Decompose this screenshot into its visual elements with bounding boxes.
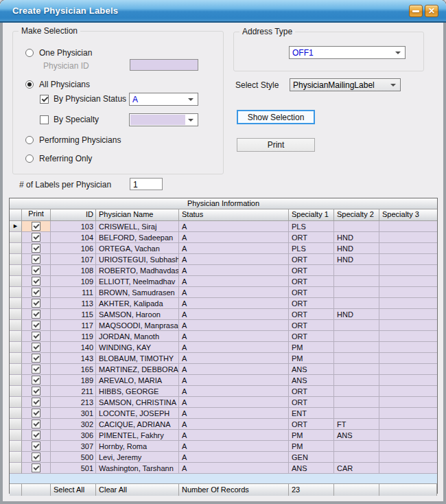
cell-status[interactable]: A: [179, 452, 289, 463]
cell-specialty-2[interactable]: [334, 408, 379, 419]
print-checkbox-cell[interactable]: [22, 276, 51, 287]
cell-specialty-2[interactable]: [334, 342, 379, 353]
row-selector-cell[interactable]: ►: [10, 221, 22, 232]
cell-status[interactable]: A: [179, 419, 289, 430]
by-specialty-checkbox[interactable]: [40, 115, 49, 124]
print-checkbox-cell[interactable]: [22, 221, 51, 232]
table-row[interactable]: 106 ORTEGA, Vachan A PLS HND: [10, 243, 437, 254]
print-checkbox[interactable]: [32, 233, 40, 242]
cell-status[interactable]: A: [179, 441, 289, 452]
print-checkbox[interactable]: [32, 288, 40, 297]
cell-id[interactable]: 501: [51, 463, 96, 474]
cell-status[interactable]: A: [179, 430, 289, 441]
table-row[interactable]: 109 ELLIOTT, Neelmadhav A ORT: [10, 276, 437, 287]
row-selector-cell[interactable]: [10, 232, 22, 243]
cell-status[interactable]: A: [179, 463, 289, 474]
cell-specialty-1[interactable]: PM: [289, 353, 334, 364]
cell-specialty-3[interactable]: [379, 287, 437, 298]
print-checkbox-cell[interactable]: [22, 419, 51, 430]
cell-specialty-3[interactable]: [379, 452, 437, 463]
print-checkbox[interactable]: [32, 354, 40, 363]
cell-specialty-1[interactable]: ORT: [289, 331, 334, 342]
table-row[interactable]: 501 Washington, Tarshann A ANS CAR: [10, 463, 437, 474]
table-row[interactable]: 111 BROWN, Samudrasen A ORT: [10, 287, 437, 298]
cell-id[interactable]: 302: [51, 419, 96, 430]
cell-specialty-2[interactable]: [334, 287, 379, 298]
row-selector-cell[interactable]: [10, 419, 22, 430]
minimize-button[interactable]: [409, 5, 423, 17]
cell-id[interactable]: 211: [51, 386, 96, 397]
cell-id[interactable]: 107: [51, 254, 96, 265]
table-row[interactable]: 140 WINDING, KAY A PM: [10, 342, 437, 353]
print-checkbox[interactable]: [32, 321, 40, 330]
print-checkbox-cell[interactable]: [22, 320, 51, 331]
cell-status[interactable]: A: [179, 232, 289, 243]
print-checkbox[interactable]: [32, 266, 40, 275]
cell-status[interactable]: A: [179, 309, 289, 320]
print-checkbox[interactable]: [32, 277, 40, 286]
print-checkbox-cell[interactable]: [22, 342, 51, 353]
print-checkbox-cell[interactable]: [22, 430, 51, 441]
table-row[interactable]: 115 SAMSON, Haroon A ORT HND: [10, 309, 437, 320]
table-row[interactable]: 500 Levi, Jeremy A GEN: [10, 452, 437, 463]
table-row[interactable]: 189 AREVALO, MARIA A ANS: [10, 375, 437, 386]
cell-status[interactable]: A: [179, 276, 289, 287]
all-physicians-radio[interactable]: [25, 80, 34, 89]
cell-specialty-3[interactable]: [379, 331, 437, 342]
cell-specialty-1[interactable]: ORT: [289, 397, 334, 408]
cell-id[interactable]: 165: [51, 364, 96, 375]
table-row[interactable]: 107 URIOSTEGUI, Subhash A ORT HND: [10, 254, 437, 265]
cell-specialty-2[interactable]: [334, 386, 379, 397]
print-checkbox-cell[interactable]: [22, 287, 51, 298]
cell-specialty-3[interactable]: [379, 221, 437, 232]
cell-specialty-1[interactable]: ORT: [289, 265, 334, 276]
one-physician-radio[interactable]: [25, 49, 34, 57]
table-row[interactable]: 108 ROBERTO, Madhavdas A ORT: [10, 265, 437, 276]
table-row[interactable]: 113 AKHTER, Kalipada A ORT: [10, 298, 437, 309]
cell-specialty-1[interactable]: ORT: [289, 254, 334, 265]
cell-physician-name[interactable]: JORDAN, Manoth: [96, 331, 179, 342]
row-selector-cell[interactable]: [10, 298, 22, 309]
labels-per-physician-input[interactable]: 1: [130, 178, 163, 190]
cell-id[interactable]: 115: [51, 309, 96, 320]
physician-id-field[interactable]: [130, 59, 198, 71]
row-selector-cell[interactable]: [10, 364, 22, 375]
print-checkbox[interactable]: [32, 310, 40, 319]
cell-specialty-3[interactable]: [379, 276, 437, 287]
by-physician-status-label[interactable]: By Physician Status: [54, 94, 126, 104]
table-row[interactable]: 117 MAQSOODI, Manprasad A ORT: [10, 320, 437, 331]
cell-specialty-1[interactable]: ANS: [289, 463, 334, 474]
cell-specialty-1[interactable]: ORT: [289, 320, 334, 331]
cell-status[interactable]: A: [179, 375, 289, 386]
cell-physician-name[interactable]: Washington, Tarshann: [96, 463, 179, 474]
cell-id[interactable]: 103: [51, 221, 96, 232]
table-row[interactable]: 165 MARTINEZ, DEBBORAH A ANS: [10, 364, 437, 375]
print-checkbox[interactable]: [32, 420, 40, 428]
cell-specialty-1[interactable]: ORT: [289, 232, 334, 243]
cell-physician-name[interactable]: CRISWELL, Siraj: [96, 221, 179, 232]
print-checkbox[interactable]: [32, 244, 40, 253]
cell-physician-name[interactable]: BELFORD, Sadeepan: [96, 232, 179, 243]
cell-status[interactable]: A: [179, 320, 289, 331]
print-checkbox[interactable]: [32, 365, 40, 374]
cell-specialty-2[interactable]: HND: [334, 232, 379, 243]
address-type-dropdown[interactable]: OFF1: [289, 46, 406, 59]
cell-specialty-1[interactable]: ORT: [289, 276, 334, 287]
header-specialty-2[interactable]: Specialty 2: [334, 209, 379, 221]
cell-specialty-2[interactable]: HND: [334, 254, 379, 265]
print-button[interactable]: Print: [237, 138, 315, 152]
cell-status[interactable]: A: [179, 254, 289, 265]
cell-status[interactable]: A: [179, 408, 289, 419]
performing-physicians-label[interactable]: Performing Physicians: [39, 135, 121, 145]
cell-physician-name[interactable]: SAMSON, Haroon: [96, 309, 179, 320]
cell-specialty-2[interactable]: HND: [334, 243, 379, 254]
cell-id[interactable]: 117: [51, 320, 96, 331]
print-checkbox-cell[interactable]: [22, 254, 51, 265]
cell-specialty-3[interactable]: [379, 386, 437, 397]
cell-physician-name[interactable]: HIBBS, GEORGE: [96, 386, 179, 397]
row-selector-cell[interactable]: [10, 254, 22, 265]
print-checkbox[interactable]: [32, 387, 40, 396]
cell-specialty-1[interactable]: ORT: [289, 287, 334, 298]
print-checkbox[interactable]: [32, 453, 40, 461]
print-checkbox[interactable]: [32, 409, 40, 417]
